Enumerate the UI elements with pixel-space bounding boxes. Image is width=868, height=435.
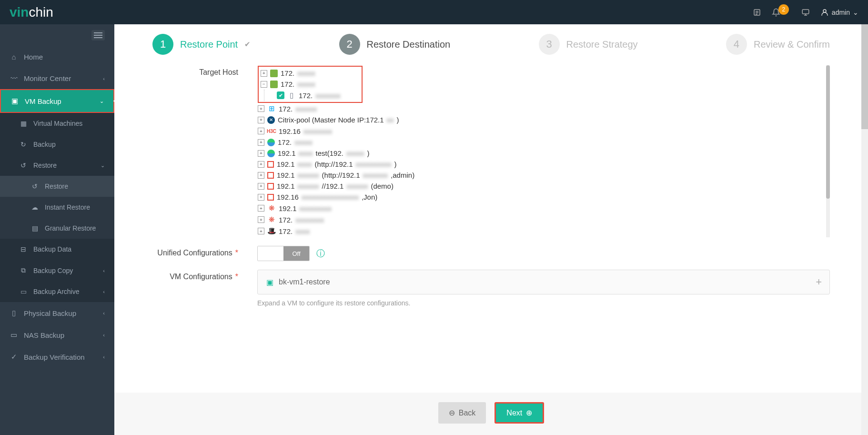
svg-rect-4	[802, 10, 809, 14]
tree-node[interactable]: + 192.1xxxxxx(http://192.1xxxxxxx,admin)	[258, 170, 826, 181]
sangfor-icon	[267, 150, 275, 157]
notification-bell[interactable]: 2	[772, 7, 791, 18]
tree-node[interactable]: + H3C 192.16xxxxxxxx	[258, 125, 826, 137]
nav-backup[interactable]: ↻ Backup	[0, 134, 114, 155]
expand-icon[interactable]: +	[258, 105, 264, 112]
target-host-row: Target Host + 172.xxxxx −	[152, 65, 830, 237]
plus-icon[interactable]: +	[816, 276, 822, 288]
vmware-icon	[270, 81, 278, 88]
copy-icon: ⧉	[19, 266, 28, 274]
vm-config-row: VM Configurations* ▣ bk-vm1-restore + Ex…	[152, 270, 830, 307]
openstack-icon	[267, 183, 274, 190]
info-icon[interactable]: ⓘ	[316, 248, 325, 259]
redhat-icon: 🎩	[267, 227, 276, 235]
main-content: 1 Restore Point ✔ 2 Restore Destination …	[114, 24, 868, 435]
tree-node[interactable]: + 192.1xxxx(http://192.1xxxxxxxxxx)	[258, 159, 826, 170]
vm-config-panel[interactable]: ▣ bk-vm1-restore +	[257, 270, 830, 294]
nav-restore[interactable]: ↺ Restore ⌄	[0, 155, 114, 176]
windows-icon: ⊞	[267, 104, 276, 113]
tree-node-selected[interactable]: ✔ ▯ 172.xxxxxxx	[277, 90, 360, 101]
nav-monitor[interactable]: 〰 Monitor Center ‹	[0, 68, 114, 89]
sangfor-icon	[267, 139, 275, 146]
archive-icon: ▭	[19, 288, 28, 295]
shield-icon: ✓	[10, 353, 18, 361]
home-icon: ⌂	[10, 53, 18, 61]
tree-node[interactable]: + ⊞ 172.xxxxxx	[258, 103, 826, 114]
unified-config-row: Unified Configurations* Off ⓘ	[152, 246, 830, 261]
openstack-icon	[267, 194, 274, 201]
nav-virtual-machines[interactable]: ▦ Virtual Machines	[0, 113, 114, 134]
tree-node[interactable]: − 172.xxxxx	[261, 79, 360, 90]
wizard-steps: 1 Restore Point ✔ 2 Restore Destination …	[114, 24, 868, 61]
tree-node[interactable]: + 192.1xxxxtest(192.xxxxx)	[258, 148, 826, 159]
logo: vinchin	[10, 5, 53, 20]
sidebar-toggle[interactable]	[0, 24, 114, 46]
nav-backup-archive[interactable]: ▭ Backup Archive ‹	[0, 281, 114, 302]
huawei-icon: ❋	[267, 204, 276, 212]
vm-config-label: VM Configurations*	[152, 270, 238, 281]
expand-icon[interactable]: +	[258, 128, 264, 134]
nav-backup-copy[interactable]: ⧉ Backup Copy ‹	[0, 260, 114, 281]
tree-node[interactable]: + 172.xxxxx	[261, 68, 360, 79]
chevron-down-icon: ‹	[103, 354, 105, 360]
expand-icon[interactable]: +	[258, 194, 264, 201]
expand-icon[interactable]: +	[258, 150, 264, 157]
top-header: vinchin 2 admin ⌄	[0, 0, 868, 24]
vms-icon: ▦	[19, 120, 28, 127]
step-restore-destination[interactable]: 2 Restore Destination	[339, 34, 451, 55]
chevron-down-icon: ‹	[103, 289, 105, 294]
expand-icon[interactable]: +	[258, 117, 264, 123]
target-host-label: Target Host	[152, 65, 238, 77]
tree-node[interactable]: + 172.xxxxx	[258, 137, 826, 148]
nav-physical-backup[interactable]: ▯ Physical Backup ‹	[0, 302, 114, 324]
collapse-icon[interactable]: −	[261, 81, 267, 88]
nav-home[interactable]: ⌂ Home	[0, 46, 114, 68]
h3c-icon: H3C	[267, 127, 276, 135]
citrix-icon: ✕	[267, 116, 275, 124]
expand-icon[interactable]: +	[258, 228, 264, 234]
expand-icon[interactable]: +	[258, 205, 264, 212]
expand-icon[interactable]: +	[258, 183, 264, 190]
target-host-tree[interactable]: + 172.xxxxx − 172.xxxxx	[257, 65, 830, 237]
tree-scrollbar[interactable]	[826, 65, 830, 237]
expand-icon[interactable]: +	[258, 172, 264, 179]
nav-instant-restore[interactable]: ☁ Instant Restore	[0, 197, 114, 218]
monitor-icon[interactable]	[801, 8, 810, 17]
expand-icon[interactable]: +	[261, 70, 267, 77]
tree-node[interactable]: + 192.16xxxxxxxxxxxxxxxx,Jon)	[258, 192, 826, 202]
expand-icon[interactable]: +	[258, 216, 264, 223]
expand-icon[interactable]: +	[258, 139, 264, 146]
sidebar: ⌂ Home 〰 Monitor Center ‹ ▣ VM Backup ⌄ …	[0, 24, 114, 435]
step-review-confirm[interactable]: 4 Review & Confirm	[726, 34, 830, 55]
tree-node[interactable]: + ❋ 192.1xxxxxxxxx	[258, 202, 826, 214]
monitor-nav-icon: 〰	[10, 74, 18, 82]
nav-granular-restore[interactable]: ▤ Granular Restore	[0, 218, 114, 239]
back-button[interactable]: ⊖ Back	[438, 402, 486, 424]
step-restore-point[interactable]: 1 Restore Point ✔	[152, 34, 251, 55]
arrow-right-icon: ⊕	[526, 408, 532, 417]
nav-backup-data[interactable]: ⊟ Backup Data	[0, 239, 114, 260]
unified-toggle[interactable]: Off	[257, 246, 310, 261]
log-icon[interactable]	[753, 8, 761, 17]
tree-node[interactable]: + 192.1xxxxxx//192.1xxxxxx(demo)	[258, 181, 826, 192]
nav-vm-backup[interactable]: ▣ VM Backup ⌄	[0, 89, 114, 113]
file-icon: ▤	[30, 224, 39, 232]
checkbox-checked-icon[interactable]: ✔	[277, 91, 284, 99]
nav-nas-backup[interactable]: ▭ NAS Backup ‹	[0, 324, 114, 346]
arrow-left-icon: ⊖	[449, 408, 455, 417]
tree-node[interactable]: + ✕ Citrix-pool (Master Node IP:172.1xx)	[258, 114, 826, 125]
nav-restore-sub[interactable]: ↺ Restore	[0, 176, 114, 197]
wizard-footer: ⊖ Back Next ⊕	[114, 393, 868, 435]
page-scrollbar[interactable]	[861, 24, 868, 435]
user-menu[interactable]: admin ⌄	[820, 8, 858, 17]
expand-icon[interactable]: +	[258, 161, 264, 168]
nav-backup-verification[interactable]: ✓ Backup Verification ‹	[0, 346, 114, 368]
restore-icon: ↺	[19, 162, 28, 169]
tree-node[interactable]: + 🎩 172.xxxx	[258, 225, 826, 237]
vm-icon: ▣	[10, 97, 19, 105]
next-button[interactable]: Next ⊕	[495, 402, 544, 424]
step-restore-strategy[interactable]: 3 Restore Strategy	[539, 34, 638, 55]
svg-point-7	[823, 10, 826, 12]
notif-badge: 2	[778, 4, 789, 15]
tree-node[interactable]: + ❋ 172.xxxxxxxx	[258, 214, 826, 225]
